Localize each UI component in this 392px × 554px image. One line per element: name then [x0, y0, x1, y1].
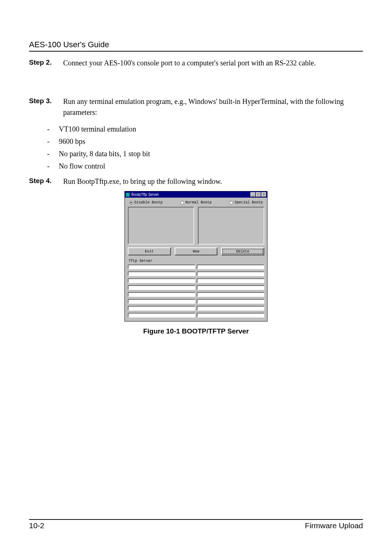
tftp-cell[interactable] [128, 313, 195, 318]
bootp-mode-radios: Disable Bootp Normal Bootp Special Bootp [128, 201, 264, 205]
page-number: 10-2 [29, 521, 44, 530]
tftp-cell[interactable] [197, 264, 264, 269]
radio-icon [129, 201, 133, 205]
radio-label: Disable Bootp [134, 201, 163, 205]
radio-disable-bootp[interactable]: Disable Bootp [129, 201, 163, 205]
tftp-cell[interactable] [128, 271, 195, 276]
footer-section: Firmware Upload [305, 521, 363, 530]
app-icon [126, 193, 130, 197]
step-3: Step 3. Run any terminal emulation progr… [29, 96, 363, 118]
list-item-text: 9600 bps [54, 135, 363, 147]
delete-button[interactable]: Delete [221, 247, 264, 255]
list-item-text: No flow control [54, 160, 363, 172]
tftp-cell[interactable] [128, 299, 195, 304]
radio-label: Normal Bootp [185, 201, 212, 205]
radio-icon [229, 201, 233, 205]
step-3-text: Run any terminal emulation program, e.g.… [63, 96, 363, 118]
tftp-cell[interactable] [128, 306, 195, 311]
tftp-cell[interactable] [128, 264, 195, 269]
window-title: BootpTftp Server [131, 193, 159, 197]
minimize-button[interactable]: _ [250, 192, 256, 197]
step-2-text: Connect your AES-100's console port to a… [63, 57, 363, 68]
tftp-cell[interactable] [197, 278, 264, 283]
figure-caption: Figure 10-1 BOOTP/TFTP Server [29, 327, 363, 335]
step-4-text: Run BootpTftp.exe, to bring up the follo… [63, 176, 363, 187]
radio-label: Special Bootp [234, 201, 263, 205]
tftp-cell[interactable] [197, 285, 264, 290]
page-footer: 10-2 Firmware Upload [29, 519, 363, 530]
step-3-sublist: -VT100 terminal emulation -9600 bps -No … [29, 123, 363, 172]
list-item: -No flow control [29, 160, 363, 172]
list-item-text: VT100 terminal emulation [54, 123, 363, 135]
step-3-label: Step 3. [29, 96, 63, 118]
dash-icon: - [42, 160, 54, 172]
tftp-cell[interactable] [128, 285, 195, 290]
tftp-server-label: Tftp Server [128, 259, 264, 263]
bootp-list-right[interactable] [198, 207, 264, 244]
tftp-cell[interactable] [197, 306, 264, 311]
radio-normal-bootp[interactable]: Normal Bootp [180, 201, 212, 205]
step-4-label: Step 4. [29, 176, 63, 187]
radio-icon [180, 201, 184, 205]
close-button[interactable]: × [261, 192, 266, 197]
tftp-cell[interactable] [197, 271, 264, 276]
step-2: Step 2. Connect your AES-100's console p… [29, 57, 363, 68]
list-item: -9600 bps [29, 135, 363, 147]
tftp-cell[interactable] [197, 292, 264, 297]
new-button[interactable]: New [175, 247, 218, 255]
maximize-button[interactable]: □ [256, 192, 261, 197]
tftp-cell[interactable] [128, 278, 195, 283]
radio-special-bootp[interactable]: Special Bootp [229, 201, 263, 205]
tftp-cell[interactable] [197, 313, 264, 318]
dash-icon: - [42, 123, 54, 135]
bootptftp-window: BootpTftp Server _ □ × Disable Bootp Nor… [124, 191, 268, 322]
step-2-label: Step 2. [29, 57, 63, 68]
doc-header-title: AES-100 User's Guide [29, 40, 363, 51]
list-item: -VT100 terminal emulation [29, 123, 363, 135]
window-titlebar[interactable]: BootpTftp Server _ □ × [125, 191, 267, 198]
tftp-cell[interactable] [197, 299, 264, 304]
bootp-list-left[interactable] [128, 207, 194, 244]
list-item-text: No parity, 8 data bits, 1 stop bit [54, 147, 363, 160]
dash-icon: - [42, 135, 54, 147]
step-4: Step 4. Run BootpTftp.exe, to bring up t… [29, 176, 363, 187]
tftp-cell[interactable] [128, 292, 195, 297]
tftp-grid [128, 264, 264, 318]
exit-button[interactable]: Exit [128, 247, 171, 255]
list-item: -No parity, 8 data bits, 1 stop bit [29, 147, 363, 160]
dash-icon: - [42, 147, 54, 160]
